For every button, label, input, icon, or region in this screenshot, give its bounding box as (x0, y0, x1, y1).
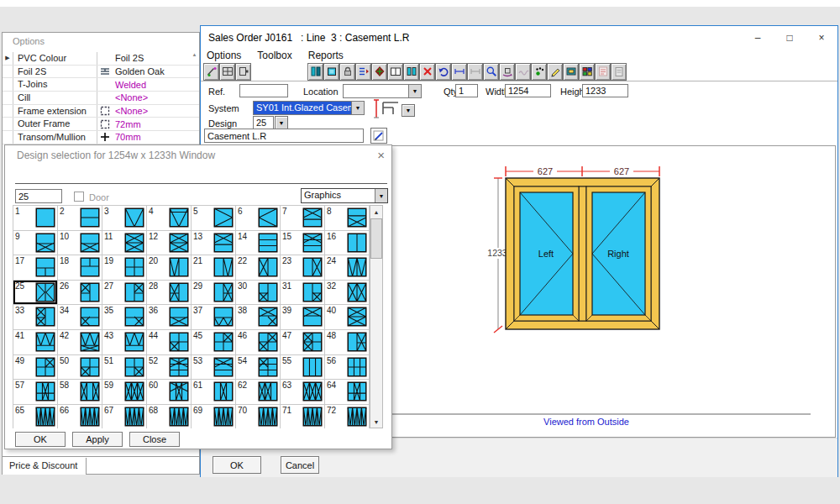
zoom-button[interactable] (483, 63, 499, 81)
design-cell-21[interactable]: 21 (192, 255, 236, 281)
report-disabled-button[interactable] (595, 63, 611, 81)
design-cell-31[interactable]: 31 (281, 281, 325, 306)
chevron-down-icon[interactable]: ▼ (375, 189, 387, 202)
design-cell-46[interactable]: 46 (236, 330, 281, 355)
option-value[interactable]: Welded (113, 80, 192, 90)
design-cell-29[interactable]: 29 (192, 281, 236, 306)
lock-button[interactable] (339, 63, 355, 81)
design-cell-44[interactable]: 44 (147, 330, 192, 355)
options-row-5[interactable]: Outer Frame72mm (3, 118, 199, 131)
design-cell-30[interactable]: 30 (236, 281, 281, 306)
draw-button[interactable] (203, 63, 219, 81)
options-row-3[interactable]: Cill<None> (3, 92, 199, 105)
width-input[interactable] (505, 84, 551, 97)
pen-button[interactable] (547, 63, 563, 81)
design-cell-32[interactable]: 32 (325, 281, 370, 306)
design-cell-71[interactable]: 71 (281, 405, 325, 428)
design-cell-68[interactable]: 68 (147, 405, 192, 428)
design-cell-55[interactable]: 55 (281, 355, 325, 381)
columns-button[interactable] (403, 63, 419, 81)
design-cell-69[interactable]: 69 (192, 405, 236, 428)
dialog-apply-button[interactable]: Apply (72, 432, 123, 447)
clipboard-disabled-button[interactable] (611, 63, 627, 81)
design-cell-54[interactable]: 54 (236, 355, 281, 381)
dialog-ok-button[interactable]: OK (15, 432, 66, 447)
design-cell-70[interactable]: 70 (236, 405, 281, 428)
design-cell-41[interactable]: 41 (13, 330, 58, 355)
design-input[interactable] (253, 116, 274, 129)
design-cell-57[interactable]: 57 (13, 380, 58, 405)
design-cell-2[interactable]: 2 (58, 206, 102, 231)
design-cell-48[interactable]: 48 (325, 330, 370, 355)
design-cell-28[interactable]: 28 (147, 281, 192, 306)
chevron-down-icon[interactable]: ▼ (402, 104, 415, 117)
design-cell-53[interactable]: 53 (192, 355, 236, 381)
option-value[interactable]: Golden Oak (113, 66, 192, 76)
design-grid-scrollbar[interactable]: ▲ ▼ (370, 205, 383, 428)
list-button[interactable] (355, 63, 371, 81)
design-cell-6[interactable]: 6 (236, 206, 281, 231)
design-cell-7[interactable]: 7 (281, 206, 325, 231)
design-cell-61[interactable]: 61 (192, 380, 236, 405)
dim-disabled-button[interactable] (467, 63, 483, 81)
design-cell-35[interactable]: 35 (102, 305, 147, 330)
design-cell-13[interactable]: 13 (192, 231, 236, 256)
grid-button[interactable] (219, 63, 235, 81)
close-icon[interactable]: × (377, 148, 385, 162)
design-cell-26[interactable]: 26 (58, 281, 102, 306)
options-row-6[interactable]: Transom/Mullion70mm (3, 131, 199, 144)
design-cell-60[interactable]: 60 (147, 380, 192, 405)
menu-options[interactable]: Options (207, 50, 241, 61)
design-cell-24[interactable]: 24 (325, 255, 370, 281)
location-combo[interactable]: ▼ (343, 84, 422, 98)
design-cell-11[interactable]: 11 (102, 231, 147, 256)
ref-input[interactable] (239, 84, 288, 97)
design-cell-8[interactable]: 8 (325, 206, 370, 231)
design-cell-15[interactable]: 15 (281, 231, 325, 256)
design-cell-58[interactable]: 58 (58, 380, 102, 405)
design-cell-43[interactable]: 43 (102, 330, 147, 355)
view-mode-combo[interactable]: Graphics ▼ (301, 188, 388, 203)
design-cell-72[interactable]: 72 (325, 405, 370, 428)
delete-button[interactable] (419, 63, 435, 81)
option-value[interactable]: <None> (113, 92, 192, 102)
system-combo[interactable]: SY01 Int.Glazed Casement ▼ (253, 101, 365, 115)
cancel-button[interactable]: Cancel (281, 456, 319, 474)
design-cell-10[interactable]: 10 (58, 231, 102, 256)
design-cell-45[interactable]: 45 (192, 330, 236, 355)
design-cell-47[interactable]: 47 (281, 330, 325, 355)
titlebar[interactable]: Sales Order J0161 : Line 3 : Casement L.… (201, 26, 837, 49)
profile-dimension-button[interactable]: ▼ (373, 97, 417, 120)
tab-price-discount[interactable]: Price & Discount (3, 458, 87, 475)
survey-disabled-button[interactable] (515, 63, 531, 81)
design-cell-33[interactable]: 33 (13, 305, 58, 330)
design-cell-3[interactable]: 3 (102, 206, 147, 231)
design-cell-49[interactable]: 49 (13, 355, 58, 381)
scroll-up-icon[interactable]: ▲ (370, 206, 382, 218)
design-cell-40[interactable]: 40 (325, 305, 370, 330)
design-cell-22[interactable]: 22 (236, 255, 281, 281)
design-cell-62[interactable]: 62 (236, 380, 281, 405)
design-cell-14[interactable]: 14 (236, 231, 281, 256)
design-cell-5[interactable]: 5 (192, 206, 236, 231)
qty-input[interactable] (455, 84, 478, 97)
scroll-thumb[interactable] (370, 218, 382, 259)
door-checkbox[interactable] (74, 192, 84, 202)
design-cell-56[interactable]: 56 (325, 355, 370, 381)
design-cell-19[interactable]: 19 (102, 255, 147, 281)
options-row-2[interactable]: T-JoinsWelded (3, 78, 199, 92)
edit-description-button[interactable] (370, 128, 387, 144)
design-cell-66[interactable]: 66 (58, 405, 102, 428)
design-cell-18[interactable]: 18 (58, 255, 102, 281)
door-button[interactable] (235, 63, 251, 81)
height-input[interactable] (582, 84, 628, 97)
design-cell-50[interactable]: 50 (58, 355, 102, 381)
box-button[interactable] (323, 63, 339, 81)
design-cell-12[interactable]: 12 (147, 231, 192, 256)
furniture-button[interactable] (563, 63, 579, 81)
design-cell-9[interactable]: 9 (13, 231, 58, 256)
option-value[interactable]: <None> (113, 106, 192, 116)
design-cell-34[interactable]: 34 (58, 305, 102, 330)
design-cell-67[interactable]: 67 (102, 405, 147, 428)
rotate-3d-button[interactable] (499, 63, 515, 81)
